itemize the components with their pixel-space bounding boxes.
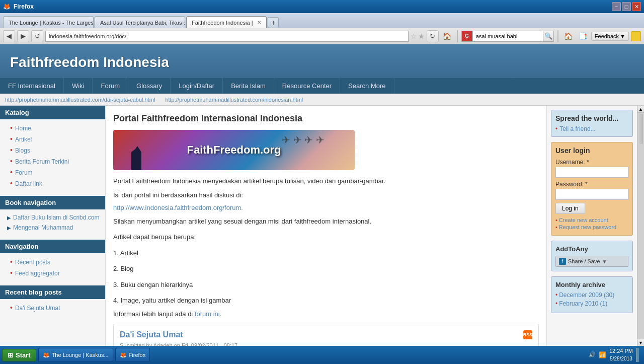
tab-faithfreedom-close[interactable]: ✕ — [257, 20, 261, 25]
nav-wiki[interactable]: Wiki — [64, 78, 93, 94]
recent-blog-section: Recent blog posts Da'i Sejuta Umat — [0, 285, 105, 316]
minimize-button[interactable]: − — [612, 2, 621, 11]
nav-feed-aggregator: Feed aggregator — [0, 267, 105, 278]
archive-title: Monthly archive — [555, 281, 628, 288]
contribute-item1: 1. Artikel — [113, 247, 539, 259]
search-engine-icon[interactable]: G — [461, 31, 472, 42]
main-nav: FF Internasional Wiki Forum Glossary Log… — [0, 78, 644, 94]
portal-title: Portal Faithfreedom Internasional Indone… — [113, 113, 539, 124]
scroll-thumb[interactable] — [638, 114, 643, 144]
create-account-link[interactable]: Create new account — [555, 217, 628, 223]
star2-icon: ★ — [418, 32, 425, 40]
contribute-item3: 3. Buku dengan hierarkinya — [113, 279, 539, 290]
katalog-item-artikel: Artikel — [0, 133, 105, 144]
bookmark-star[interactable]: ☆ ★ — [411, 32, 425, 40]
book-nav-header: Book navigation — [0, 196, 105, 209]
scroll-down-button[interactable]: ▼ — [637, 339, 644, 346]
volume-icon[interactable]: 🔊 — [589, 351, 596, 358]
katalog-item-home: Home — [0, 122, 105, 133]
tab-asal-usul[interactable]: Asal Usul Terciptanya Babi, Tikus dan...… — [95, 16, 185, 28]
address-text: indonesia.faithfreedom.org/doc/ — [49, 33, 126, 39]
tab-kaskus-label: The Lounge | Kaskus - The Largest In... — [9, 20, 94, 26]
info-text: Informasi lebih lanjut ada di forum ini. — [113, 310, 539, 318]
left-sidebar: Katalog Home Artikel Blogs Berita Forum … — [0, 106, 106, 346]
taskbar-kaskus-icon: 🦊 — [43, 352, 50, 358]
password-input[interactable] — [555, 189, 628, 200]
nav-berita[interactable]: Berita Islam — [223, 78, 274, 94]
search-button[interactable]: 🔍 — [543, 31, 554, 42]
nav-ff-internasional[interactable]: FF Internasional — [0, 78, 64, 94]
recent-blog-item-dai: Da'i Sejuta Umat — [0, 302, 105, 313]
close-button[interactable]: ✕ — [632, 2, 641, 11]
addon-icon[interactable] — [631, 31, 641, 41]
taskbar: ⊞ Start 🦊 The Lounge | Kaskus... 🦊 Firef… — [0, 346, 644, 364]
search-bar: G 🔍 — [461, 31, 554, 42]
title-bar-buttons: − □ ✕ — [612, 2, 641, 11]
archive-feb-2010[interactable]: February 2010 (1) — [555, 300, 628, 307]
address-bar[interactable]: indonesia.faithfreedom.org/doc/ — [45, 31, 409, 42]
login-button[interactable]: Log in — [555, 203, 585, 214]
scrollbar[interactable]: ▲ ▼ — [637, 106, 644, 346]
katalog-header: Katalog — [0, 106, 105, 119]
nav-recent-posts: Recent posts — [0, 256, 105, 267]
taskbar-item-firefox[interactable]: 🦊 Firefox — [115, 348, 150, 362]
katalog-item-blogs: Blogs — [0, 144, 105, 156]
share-bar[interactable]: f Share / Save ▼ — [555, 256, 628, 267]
tab-bar: The Lounge | Kaskus - The Largest In... … — [0, 13, 644, 28]
birds-decoration: ✈ ✈ ✈ ✈ — [282, 134, 325, 146]
taskbar-item-kaskus[interactable]: 🦊 The Lounge | Kaskus... — [38, 348, 113, 362]
katalog-item-berita: Berita Forum Terkini — [0, 156, 105, 167]
start-button[interactable]: ⊞ Start — [2, 349, 36, 361]
refresh-button[interactable]: ↻ — [427, 30, 439, 42]
mosque-silhouette — [123, 140, 164, 170]
feedback-chevron: ▼ — [620, 33, 625, 39]
tab-faithfreedom-label: Faithfreedom Indonesia | — [192, 20, 253, 26]
show-desktop-button[interactable] — [636, 348, 639, 362]
book-nav-item-scribd: Daftar Buku Islam di Scribd.com — [0, 212, 105, 223]
scroll-up-button[interactable]: ▲ — [637, 106, 644, 113]
post-title-row: Da'i Sejuta Umat RSS — [120, 330, 532, 339]
nav-forum[interactable]: Forum — [93, 78, 128, 94]
new-tab-button[interactable]: + — [268, 17, 279, 28]
maximize-button[interactable]: □ — [622, 2, 631, 11]
recent-blog-header: Recent blog posts — [0, 285, 105, 299]
post-title-link[interactable]: Da'i Sejuta Umat — [120, 330, 183, 339]
banner-text: FaithFreedom.org — [187, 143, 281, 157]
contribute-item4: 4. Image, yaitu artikel dengan isi gamba… — [113, 295, 539, 306]
book-nav-section: Book navigation Daftar Buku Islam di Scr… — [0, 196, 105, 236]
home-icon[interactable]: 🏠 — [562, 31, 575, 41]
tab-faithfreedom[interactable]: Faithfreedom Indonesia | ✕ — [186, 16, 267, 28]
addtoany-widget: AddToAny f Share / Save ▼ — [551, 241, 633, 271]
navigation-header: Navigation — [0, 240, 105, 253]
clock-date: 5/28/2013 — [609, 355, 633, 362]
back-button[interactable]: ◀ — [3, 30, 15, 42]
login-links: Create new account Request new password — [555, 217, 628, 230]
post-card-dai: Da'i Sejuta Umat RSS Submitted by Adadeh… — [113, 324, 539, 346]
nav-login[interactable]: Login/Daftar — [171, 78, 223, 94]
nav-resource[interactable]: Resource Center — [274, 78, 340, 94]
feedback-label: Feedback — [595, 33, 619, 39]
forward-button[interactable]: ▶ — [17, 30, 29, 42]
search-input[interactable] — [472, 31, 543, 42]
rss-icon[interactable]: RSS — [523, 330, 532, 339]
home-button[interactable]: 🏠 — [441, 31, 453, 41]
katalog-item-forum: Forum — [0, 167, 105, 178]
archive-dec-2009[interactable]: December 2009 (30) — [555, 292, 628, 299]
forum-link[interactable]: http://www.indonesia.faithfreedom.org/fo… — [113, 204, 243, 211]
nav-glossary[interactable]: Glossary — [128, 78, 171, 94]
bookmark-button[interactable]: 📑 — [577, 31, 589, 41]
right-sidebar: Spread the world... Tell a friend... Use… — [546, 106, 637, 346]
feedback-button[interactable]: Feedback ▼ — [591, 32, 629, 41]
sub-nav: http://prophetmuhammadillustrated.com/da… — [0, 94, 644, 106]
subnav-link-left[interactable]: http://prophetmuhammadillustrated.com/da… — [5, 97, 155, 103]
tab-kaskus[interactable]: The Lounge | Kaskus - The Largest In... … — [3, 16, 94, 28]
username-input[interactable] — [555, 167, 628, 178]
request-password-link[interactable]: Request new password — [555, 224, 628, 230]
tell-friend-link[interactable]: Tell a friend... — [555, 125, 628, 132]
forum-ini-link[interactable]: forum ini. — [195, 310, 221, 318]
reload-button[interactable]: ↺ — [31, 30, 43, 42]
taskbar-clock: 12:24 PM 5/28/2013 — [609, 347, 633, 362]
share-label: Share / Save — [568, 258, 600, 264]
subnav-link-right[interactable]: http://prophetmuhammadillustrated.com/in… — [165, 97, 303, 103]
nav-search-more[interactable]: Search More — [340, 78, 394, 94]
